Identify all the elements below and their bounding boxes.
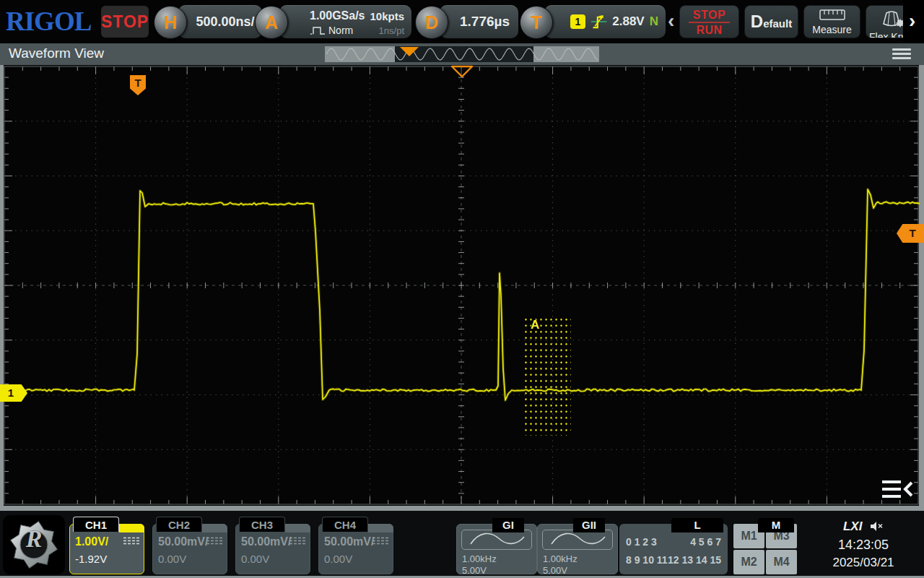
zone-trigger-region[interactable]: A bbox=[522, 315, 571, 436]
speaker-muted-icon bbox=[870, 521, 884, 532]
waveform-view-titlebar: Waveform View bbox=[0, 43, 924, 65]
acquisition-pill[interactable]: 1.00GSa/s 10kpts Norm 1ns/pt bbox=[279, 5, 411, 38]
acquisition-knob[interactable]: A bbox=[255, 6, 288, 39]
top-status-bar: RIGOL STOP H 500.00ns/ A 1.00GSa/s 10kpt… bbox=[0, 0, 924, 43]
g1-frequency: 1.00kHz bbox=[462, 553, 497, 564]
sine-wave-icon bbox=[542, 530, 613, 550]
collapse-left-chevron[interactable]: ‹ bbox=[668, 9, 674, 33]
channel-strip bbox=[119, 524, 144, 532]
sample-rate: 1.00GSa/s bbox=[310, 9, 365, 22]
trigger-level-value: 2.88V bbox=[612, 14, 644, 29]
measure-button[interactable]: Measure bbox=[803, 5, 860, 38]
g2-amplitude: 5.00V bbox=[543, 565, 567, 576]
trigger-slope-icon bbox=[590, 12, 607, 31]
horizontal-scale-pill[interactable]: 500.00ns/ bbox=[178, 5, 262, 38]
math-m4-button[interactable]: M4 bbox=[766, 550, 797, 574]
logic-d4-d7: 4 5 6 7 bbox=[690, 536, 721, 548]
channel-strip bbox=[285, 524, 310, 532]
memory-depth: 10kpts bbox=[370, 10, 404, 22]
view-title: Waveform View bbox=[9, 46, 104, 61]
stop-run-button[interactable]: STOP RUN bbox=[679, 5, 739, 38]
trigger-sweep-mode: N bbox=[650, 14, 658, 29]
channel-tab-ch1: CH1 bbox=[73, 517, 119, 532]
delay-knob[interactable]: D bbox=[415, 6, 448, 39]
coupling-dashes-icon bbox=[123, 537, 139, 545]
logic-d8-d11: 8 9 10 11 bbox=[626, 554, 668, 566]
ruler-icon bbox=[819, 9, 845, 21]
ch3-offset: 0.00V bbox=[241, 553, 269, 565]
topbar-edge: › bbox=[903, 0, 924, 43]
clock-status-area: LXI 14:23:05 2025/03/21 bbox=[806, 511, 921, 576]
channel-strip bbox=[202, 524, 227, 532]
pulse-icon bbox=[310, 25, 326, 35]
menu-collapse-icon[interactable] bbox=[881, 478, 914, 501]
math-tab: M bbox=[758, 518, 794, 532]
lxi-logo: LXI bbox=[843, 519, 862, 533]
expand-right-chevron[interactable]: › bbox=[909, 9, 915, 33]
system-date: 2025/03/21 bbox=[806, 556, 921, 570]
channel-card-ch1[interactable]: 1.00V/ -1.92V CH1 bbox=[69, 517, 144, 574]
math-m2-button[interactable]: M2 bbox=[733, 550, 764, 574]
channel-card-ch2[interactable]: 50.00mV/ 0.00V CH2 bbox=[152, 517, 227, 574]
logic-d0-d3: 0 1 2 3 bbox=[626, 536, 657, 548]
ch4-scale: 50.00mV/ bbox=[324, 535, 374, 548]
channel-strip bbox=[368, 524, 393, 532]
rigol-logo: RIGOL bbox=[6, 6, 91, 37]
channel-tab-ch3: CH3 bbox=[239, 517, 285, 532]
zone-label: A bbox=[531, 318, 539, 332]
g1-amplitude: 5.00V bbox=[462, 565, 487, 576]
coupling-dashes-icon bbox=[372, 537, 388, 545]
channel-card-ch4[interactable]: 50.00mV/ 0.00V CH4 bbox=[318, 517, 393, 574]
oscilloscope-screen: RIGOL STOP H 500.00ns/ A 1.00GSa/s 10kpt… bbox=[0, 0, 924, 578]
channel-tab-ch2: CH2 bbox=[156, 517, 202, 532]
ch2-scale: 50.00mV/ bbox=[158, 535, 208, 548]
coupling-dashes-icon bbox=[206, 537, 222, 545]
g2-frequency: 1.00kHz bbox=[543, 553, 578, 564]
trigger-pill[interactable]: 1 2.88V N bbox=[544, 5, 666, 38]
gear-r-letter: R bbox=[3, 525, 65, 553]
generator-card-g1[interactable]: 1.00kHz 5.00V GI bbox=[456, 518, 537, 574]
ch3-scale: 50.00mV/ bbox=[241, 535, 291, 548]
time-resolution: 1ns/pt bbox=[379, 25, 404, 36]
generator-tab-g2: GII bbox=[573, 518, 605, 532]
trigger-knob[interactable]: T bbox=[520, 6, 553, 39]
sine-wave-icon bbox=[461, 530, 532, 550]
flex-knob-icon bbox=[879, 9, 905, 28]
delay-pill[interactable]: 1.776µs bbox=[440, 5, 518, 38]
ch2-offset: 0.00V bbox=[158, 553, 186, 565]
ch4-offset: 0.00V bbox=[324, 553, 352, 565]
generator-tab-g1: GI bbox=[492, 518, 524, 532]
channel-card-ch3[interactable]: 50.00mV/ 0.00V CH3 bbox=[235, 517, 310, 574]
acquisition-status-badge: STOP bbox=[101, 6, 149, 38]
logic-d12-d15: 12 13 14 15 bbox=[668, 554, 721, 566]
waveform-display: T T 1 A bbox=[0, 65, 924, 511]
math-card: M1 M3 M2 M4 M bbox=[733, 518, 797, 574]
ch1-offset: -1.92V bbox=[75, 553, 107, 565]
logic-tab: L bbox=[671, 518, 723, 532]
rigol-gear-button[interactable]: R bbox=[3, 515, 65, 574]
bottom-status-bar: R 1.00V/ -1.92V CH1 50.00mV/ 0.00V bbox=[0, 511, 924, 578]
trigger-source-badge: 1 bbox=[570, 14, 585, 29]
titlebar-menu-icon[interactable] bbox=[892, 48, 911, 61]
graticule-and-trace bbox=[0, 65, 924, 511]
horizontal-position-marker[interactable] bbox=[449, 65, 475, 78]
horizontal-knob[interactable]: H bbox=[154, 6, 187, 39]
logic-channels-card[interactable]: 0 1 2 3 4 5 6 7 8 9 10 11 12 13 14 15 L bbox=[619, 518, 728, 574]
coupling-dashes-icon bbox=[289, 537, 305, 545]
ch1-scale: 1.00V/ bbox=[75, 535, 108, 548]
default-button[interactable]: Default bbox=[744, 5, 798, 38]
generator-card-g2[interactable]: 1.00kHz 5.00V GII bbox=[537, 518, 618, 574]
timebase-overview-strip[interactable] bbox=[325, 46, 599, 62]
acquire-mode: Norm bbox=[310, 25, 353, 36]
system-time: 14:23:05 bbox=[806, 538, 921, 553]
channel-tab-ch4: CH4 bbox=[322, 517, 368, 532]
